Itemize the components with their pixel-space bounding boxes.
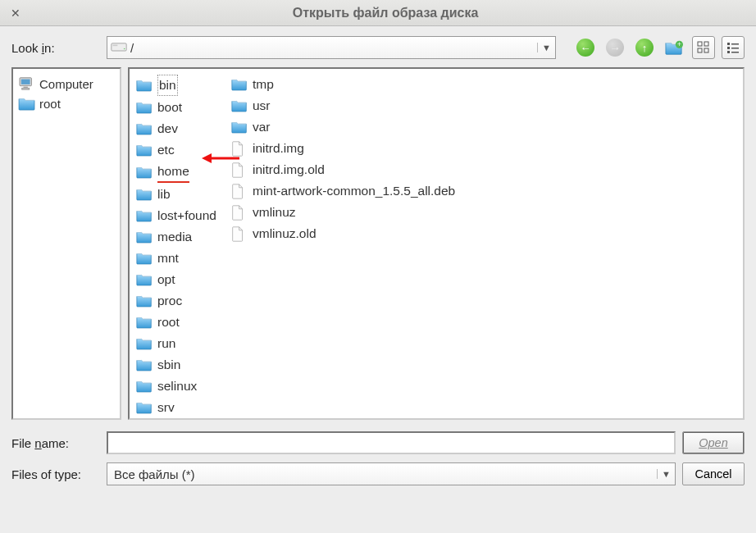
file-item[interactable]: lib: [134, 184, 218, 205]
svg-rect-16: [731, 48, 739, 49]
file-item[interactable]: mint-artwork-common_1.5.5_all.deb: [230, 180, 457, 202]
cancel-button[interactable]: Cancel: [682, 462, 745, 485]
file-item[interactable]: mnt: [134, 248, 218, 269]
sidebar: Computer root: [11, 67, 121, 420]
chevron-down-icon: ▼: [537, 43, 552, 52]
svg-rect-17: [727, 51, 730, 53]
file-name: srv: [157, 398, 175, 417]
arrow-up-icon: ↑: [635, 39, 654, 57]
open-button[interactable]: Open: [682, 431, 745, 454]
file-icon: [231, 226, 248, 241]
file-type-value: Все файлы (*): [111, 467, 657, 481]
back-button[interactable]: ←: [574, 36, 597, 59]
up-button[interactable]: ↑: [633, 36, 656, 59]
file-list[interactable]: binbootdevetchomeliblost+foundmediamntop…: [128, 67, 745, 420]
close-button[interactable]: ✕: [8, 6, 23, 20]
folder-icon: [136, 272, 153, 287]
titlebar: ✕ Открыть файл образа диска: [0, 0, 756, 26]
file-item[interactable]: vmlinuz: [230, 202, 457, 223]
sidebar-item-label: root: [39, 97, 61, 111]
file-name: var: [253, 117, 271, 137]
svg-rect-10: [704, 42, 708, 46]
file-name: lib: [157, 184, 171, 204]
file-item[interactable]: opt: [134, 269, 218, 290]
file-name: media: [157, 227, 192, 247]
file-item[interactable]: root: [134, 312, 218, 333]
file-name: boot: [157, 98, 182, 117]
file-item[interactable]: lost+found: [134, 205, 218, 226]
folder-icon: [136, 336, 153, 351]
folder-icon: [136, 100, 153, 115]
file-item[interactable]: vmlinuz.old: [230, 223, 457, 244]
file-item[interactable]: home: [134, 161, 218, 184]
sidebar-item-root[interactable]: root: [16, 93, 116, 113]
file-item[interactable]: etc: [134, 139, 218, 161]
file-name: vmlinuz: [253, 203, 296, 222]
file-icon: [231, 205, 248, 220]
folder-icon: [136, 294, 153, 308]
file-name: mint-artwork-common_1.5.5_all.deb: [253, 181, 455, 201]
file-name: dev: [157, 119, 178, 139]
file-name: bin: [157, 75, 178, 96]
file-name: home: [157, 162, 189, 183]
chevron-down-icon: ▼: [657, 469, 672, 479]
file-name: vmlinuz.old: [253, 224, 317, 244]
new-folder-button[interactable]: +: [663, 36, 685, 59]
svg-rect-12: [704, 48, 708, 52]
file-name: etc: [157, 140, 175, 160]
file-name: proc: [157, 291, 182, 311]
file-type-combo[interactable]: Все файлы (*) ▼: [107, 462, 676, 485]
file-icon: [231, 162, 248, 177]
file-item[interactable]: initrd.img.old: [230, 159, 457, 180]
view-list-button[interactable]: [722, 36, 745, 59]
svg-rect-15: [727, 47, 730, 49]
drive-icon: [111, 40, 127, 55]
sidebar-item-label: Computer: [39, 77, 93, 91]
svg-rect-13: [727, 43, 730, 45]
folder-icon: [18, 96, 34, 111]
file-item[interactable]: var: [230, 116, 457, 138]
arrow-right-icon: →: [606, 39, 624, 57]
svg-rect-18: [731, 52, 739, 53]
folder-icon: [136, 358, 153, 372]
computer-icon: [18, 76, 34, 91]
folder-icon: [136, 121, 153, 136]
file-icon: [231, 184, 248, 198]
file-item[interactable]: tmp: [230, 74, 457, 95]
folder-icon: [136, 379, 153, 394]
file-icon: [231, 141, 248, 156]
forward-button: →: [603, 36, 626, 59]
file-name: mnt: [157, 248, 179, 268]
folder-icon: [136, 143, 153, 157]
svg-rect-9: [698, 42, 702, 46]
folder-icon: [136, 400, 153, 415]
look-in-combo[interactable]: / ▼: [107, 36, 556, 59]
grid-view-icon: [697, 41, 710, 54]
folder-icon: [136, 315, 153, 330]
filename-input[interactable]: [107, 431, 676, 454]
folder-icon: [136, 165, 153, 180]
view-icons-button[interactable]: [692, 36, 715, 59]
file-name: lost+found: [157, 206, 216, 226]
folder-icon: [231, 120, 248, 134]
file-item[interactable]: dev: [134, 118, 218, 139]
file-name: initrd.img.old: [253, 160, 325, 180]
file-item[interactable]: srv: [134, 397, 218, 418]
file-item[interactable]: initrd.img: [230, 138, 457, 159]
sidebar-item-computer[interactable]: Computer: [16, 74, 116, 93]
folder-icon: [231, 98, 248, 113]
file-item[interactable]: sys: [134, 418, 218, 420]
folder-icon: [136, 251, 153, 266]
file-item[interactable]: selinux: [134, 376, 218, 397]
file-item[interactable]: proc: [134, 290, 218, 312]
file-item[interactable]: sbin: [134, 354, 218, 376]
file-name: sys: [157, 419, 176, 420]
file-item[interactable]: run: [134, 333, 218, 354]
file-item[interactable]: boot: [134, 97, 218, 118]
file-item[interactable]: bin: [134, 74, 218, 97]
file-item[interactable]: media: [134, 226, 218, 248]
new-folder-icon: +: [665, 39, 683, 56]
file-item[interactable]: usr: [230, 95, 457, 116]
file-name: sbin: [157, 355, 180, 375]
folder-icon: [136, 187, 153, 202]
